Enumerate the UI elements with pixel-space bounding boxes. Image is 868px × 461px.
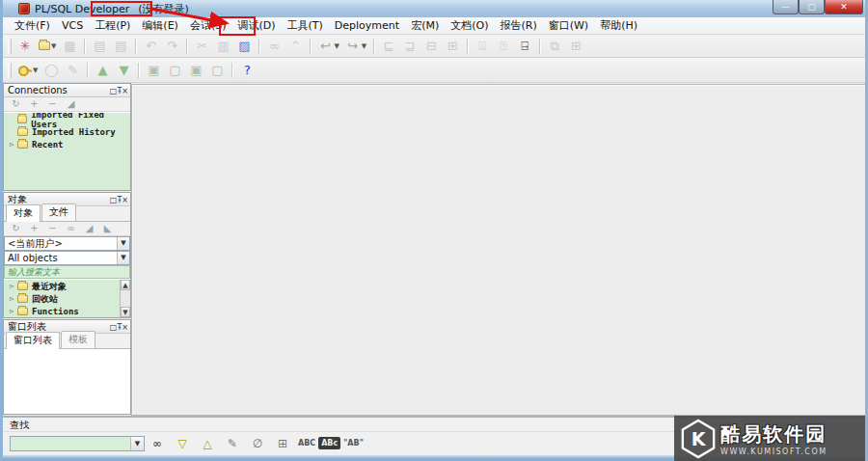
chevron-down-icon[interactable]: ▼ (117, 237, 129, 250)
tab-对象[interactable]: 对象 (6, 204, 41, 222)
chevron-down-icon[interactable]: ▼ (334, 42, 339, 50)
copy-icon[interactable]: ▥ (213, 38, 232, 55)
break-icon[interactable]: ✎ (63, 62, 82, 79)
chevron-down-icon[interactable]: ▼ (33, 67, 38, 74)
menu-item-deployment[interactable]: Deployment (329, 17, 405, 34)
undo-icon[interactable]: ↶ (141, 38, 160, 55)
filter-icon[interactable]: ◢ (81, 222, 97, 236)
session-1-icon[interactable]: ▣ (144, 62, 163, 79)
refresh-icon[interactable]: ↻ (8, 222, 24, 236)
menu-item-documents[interactable]: 文档(O) (445, 16, 494, 35)
menu-item-vcs[interactable]: VCS (56, 17, 89, 34)
paste-icon[interactable]: ▨ (234, 38, 254, 55)
scroll-down-icon[interactable]: ▼ (121, 307, 130, 317)
list-matches-icon[interactable]: ⊞ (273, 435, 292, 452)
tab-窗口列表[interactable]: 窗口列表 (6, 332, 60, 349)
tree-scrollbar[interactable]: ▲▼ (120, 280, 130, 317)
chevron-down-icon[interactable]: ▼ (117, 252, 129, 264)
refresh-icon[interactable]: ↻ (8, 97, 24, 112)
tile-icon[interactable]: ⊞ (566, 38, 585, 55)
tab-文件[interactable]: 文件 (41, 203, 76, 221)
highlight-icon[interactable]: ✎ (223, 435, 242, 452)
print-preview-icon[interactable]: ▤ (111, 38, 130, 55)
indent-icon[interactable]: ⊑ (379, 38, 398, 55)
help-icon[interactable]: ? (237, 62, 257, 79)
menu-item-session[interactable]: 会话(S) (184, 16, 232, 35)
session-3-icon[interactable]: ▣ (186, 62, 205, 79)
menu-item-macro[interactable]: 宏(M) (405, 16, 445, 35)
toolbar-grip[interactable] (8, 39, 12, 54)
find-next-icon[interactable]: ⌃ (285, 38, 305, 55)
menu-item-file[interactable]: 文件(F) (9, 16, 56, 35)
command-window-icon[interactable]: ⍐ (494, 38, 513, 55)
tree-expand-icon[interactable]: ▷ (10, 295, 17, 303)
minimize-button[interactable]: — (773, 0, 799, 14)
sort-icon[interactable]: ◣ (99, 222, 116, 236)
regex-toggle[interactable]: "AB" (340, 437, 366, 449)
scroll-up-icon[interactable]: ▲ (121, 280, 130, 290)
menu-item-help[interactable]: 帮助(H) (594, 16, 643, 35)
menu-item-project[interactable]: 工程(P) (89, 16, 136, 35)
menu-item-window[interactable]: 窗口(W) (543, 16, 594, 35)
menu-item-debug[interactable]: 调试(D) (231, 16, 281, 35)
cut-icon[interactable]: ✂ (192, 38, 211, 55)
tree-expand-icon[interactable]: ▷ (10, 141, 17, 149)
object-filter-selector[interactable]: All objects ▼ (4, 251, 130, 265)
menu-item-tools[interactable]: 工具(T) (282, 16, 329, 35)
forward-icon[interactable]: ↪▼ (343, 38, 368, 55)
case-sensitive-toggle[interactable]: ABc (318, 437, 340, 449)
new-icon[interactable]: ✳ (15, 38, 35, 55)
tree-item-recent[interactable]: ▷Recent (10, 139, 130, 150)
whole-word-toggle[interactable]: ABC (295, 437, 318, 449)
object-search-input[interactable]: 输入搜索文本 (4, 265, 130, 279)
maximize-button[interactable]: ▢ (799, 0, 825, 14)
session-4-icon[interactable]: ▢ (207, 62, 227, 79)
find-input[interactable]: ▼ (10, 436, 145, 451)
unindent-icon[interactable]: ⊒ (400, 38, 420, 55)
expand-icon[interactable]: + (26, 97, 42, 112)
tree-item-imported-history[interactable]: Imported History (10, 126, 130, 138)
rollback-icon[interactable]: ▼ (114, 62, 133, 79)
open-folder-icon[interactable]: ▼ (37, 41, 58, 51)
find-icon[interactable]: ∞ (63, 222, 79, 236)
close-icon[interactable]: × (122, 323, 128, 332)
tree-item-回收站[interactable]: ▷回收站 (10, 293, 120, 305)
print-icon[interactable]: ▤ (90, 38, 109, 55)
current-user-selector[interactable]: <当前用户> ▼ (4, 236, 130, 251)
tree-expand-icon[interactable]: ▷ (10, 283, 17, 290)
back-icon[interactable]: ↩▼ (315, 38, 340, 55)
save-icon[interactable]: ▦ (60, 38, 79, 55)
tree-expand-icon[interactable]: ▷ (10, 308, 17, 315)
toolbar-grip[interactable] (8, 63, 12, 78)
expand-icon[interactable]: + (26, 222, 42, 236)
close-icon[interactable]: × (122, 196, 128, 204)
execute-icon[interactable]: ◯ (41, 62, 61, 79)
collapse-icon[interactable]: − (44, 97, 61, 112)
cascade-icon[interactable]: ⧉ (545, 38, 564, 55)
find-previous-icon[interactable]: △ (198, 435, 217, 452)
close-icon[interactable]: × (122, 87, 128, 95)
find-icon[interactable]: ∞ (264, 38, 284, 55)
lowercase-icon[interactable]: ⊞ (443, 38, 462, 55)
close-button[interactable]: ✕ (825, 0, 863, 14)
find-next-icon[interactable]: ▽ (173, 435, 192, 452)
menu-item-reports[interactable]: 报告(R) (494, 16, 542, 35)
tree-item-imported-fixed-users[interactable]: Imported Fixed Users (10, 114, 130, 125)
menu-item-edit[interactable]: 编辑(E) (136, 16, 184, 35)
chevron-down-icon[interactable]: ▼ (51, 42, 56, 50)
tab-模板[interactable]: 模板 (61, 331, 95, 348)
chevron-down-icon[interactable]: ▼ (130, 437, 144, 450)
tree-item-functions[interactable]: ▷Functions (10, 306, 120, 317)
clear-highlight-icon[interactable]: ∅ (248, 435, 267, 452)
uppercase-icon[interactable]: ⊟ (421, 38, 441, 55)
commit-icon[interactable]: ▲ (93, 62, 112, 79)
filter-icon[interactable]: ◢ (63, 97, 79, 112)
session-2-icon[interactable]: ▢ (165, 62, 184, 79)
browser-filter-icon[interactable]: ⍈ (515, 38, 534, 55)
sql-window-icon[interactable]: ⍗ (473, 38, 492, 55)
tree-item-最近对象[interactable]: ▷最近对象 (10, 281, 120, 292)
collapse-icon[interactable]: − (44, 222, 61, 236)
redo-icon[interactable]: ↷ (162, 38, 181, 55)
find-icon[interactable]: ∞ (148, 435, 167, 452)
chevron-down-icon[interactable]: ▼ (362, 42, 366, 50)
